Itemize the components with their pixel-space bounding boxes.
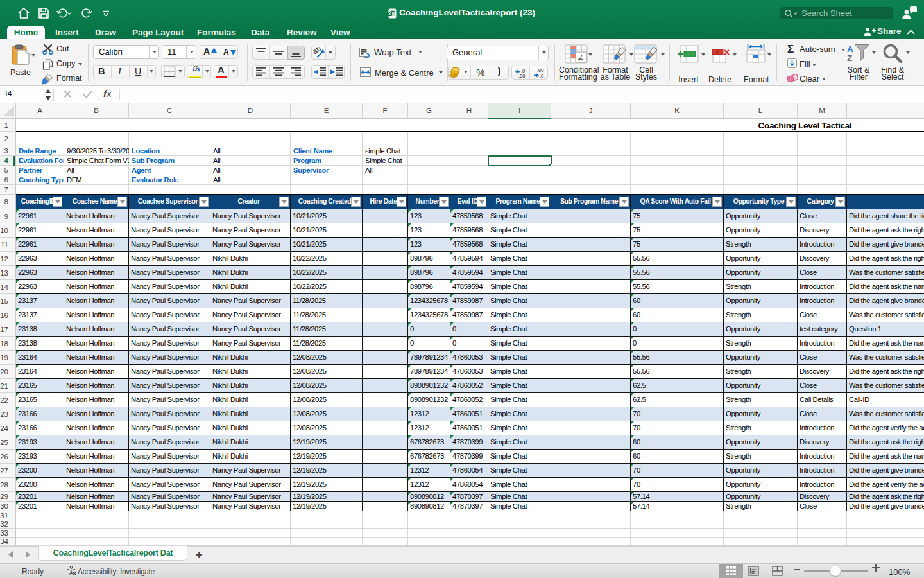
svg-text:X: X [388,12,391,16]
svg-text:.0: .0 [540,73,543,78]
svg-text:Z: Z [847,53,852,63]
svg-text:.00: .00 [518,73,525,78]
svg-text:≠: ≠ [578,53,583,63]
svg-text:.00: .00 [537,67,543,73]
svg-text:A: A [847,44,853,54]
